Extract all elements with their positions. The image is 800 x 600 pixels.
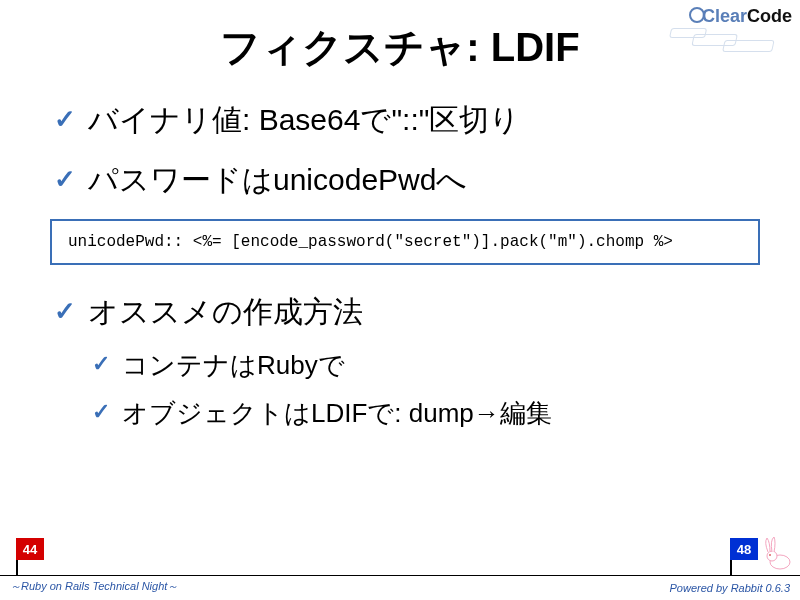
total-page-number: 48 [730, 538, 758, 560]
current-page-flag: 44 [16, 538, 46, 572]
bullet-text: パスワードはunicodePwdへ [88, 163, 467, 196]
bullet-item-2: パスワードはunicodePwdへ [50, 159, 760, 201]
bullet-list: バイナリ値: Base64で"::"区切り パスワードはunicodePwdへ [50, 99, 760, 201]
bullet-item-1: バイナリ値: Base64で"::"区切り [50, 99, 760, 141]
sub-list: コンテナはRubyで オブジェクトはLDIFで: dump→編集 [88, 347, 760, 432]
logo-part2: Code [747, 6, 792, 26]
svg-point-2 [769, 554, 771, 556]
flag-pole-icon [730, 560, 732, 576]
logo-part1: Clear [702, 6, 747, 26]
slide-content: バイナリ値: Base64で"::"区切り パスワードはunicodePwdへ … [40, 99, 760, 432]
bullet-item-3: オススメの作成方法 コンテナはRubyで オブジェクトはLDIFで: dump→… [50, 291, 760, 432]
code-block: unicodePwd:: <%= [encode_password("secre… [50, 219, 760, 265]
sub-item-2: オブジェクトはLDIFで: dump→編集 [88, 395, 760, 431]
rabbit-icon [758, 532, 798, 572]
slide: ClearCode フィクスチャ: LDIF バイナリ値: Base64で"::… [0, 0, 800, 600]
sub-text: オブジェクトはLDIFで: dump→編集 [122, 398, 552, 428]
clearcode-logo: ClearCode [689, 6, 792, 27]
bullet-text: オススメの作成方法 [88, 295, 363, 328]
sub-text: コンテナはRubyで [122, 350, 345, 380]
footer-right-text: Powered by Rabbit 0.6.3 [670, 582, 790, 594]
bullet-list-2: オススメの作成方法 コンテナはRubyで オブジェクトはLDIFで: dump→… [50, 291, 760, 432]
current-page-number: 44 [16, 538, 44, 560]
flag-pole-icon [16, 560, 18, 576]
slide-title: フィクスチャ: LDIF [40, 20, 760, 75]
total-page-flag: 48 [730, 538, 760, 572]
svg-point-1 [767, 551, 777, 561]
footer-divider [0, 575, 800, 576]
bullet-text: バイナリ値: Base64で"::"区切り [88, 103, 520, 136]
footer-left-text: ～Ruby on Rails Technical Night～ [10, 579, 178, 594]
logo-trail-icon [663, 28, 799, 58]
sub-item-1: コンテナはRubyで [88, 347, 760, 383]
